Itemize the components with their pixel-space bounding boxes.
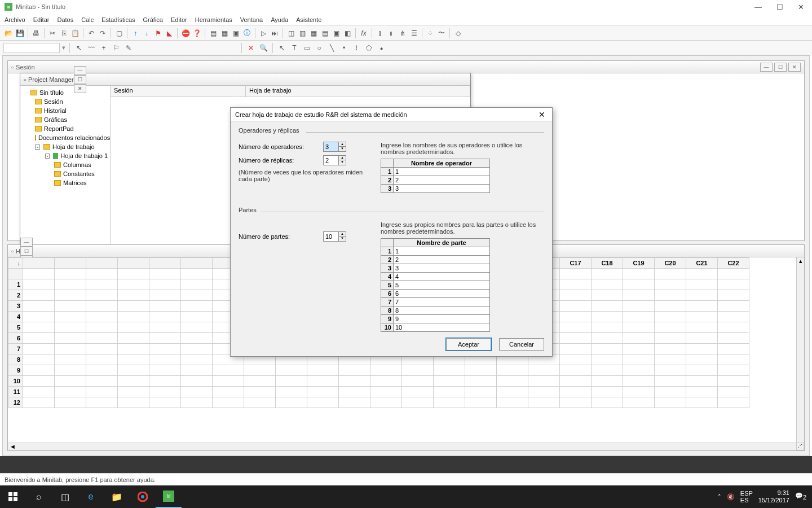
tree-hoja1[interactable]: -Hoja de trabajo 1 bbox=[23, 151, 108, 160]
flag2-icon[interactable]: ⚐ bbox=[111, 43, 121, 53]
tree-columnas[interactable]: Columnas bbox=[23, 160, 108, 169]
menu-grafica[interactable]: Gráfica bbox=[143, 16, 163, 23]
redo-icon[interactable]: ↷ bbox=[98, 28, 108, 38]
help-icon[interactable]: ❓ bbox=[192, 28, 202, 38]
clock[interactable]: 9:3115/12/2017 bbox=[758, 489, 789, 504]
minitab-taskbar-icon[interactable]: lıl bbox=[156, 485, 182, 508]
spin-up-icon[interactable]: ▲ bbox=[339, 142, 346, 147]
session-icon[interactable]: ▤ bbox=[208, 28, 218, 38]
tree-graficas[interactable]: Gráficas bbox=[23, 115, 108, 124]
operators-table[interactable]: Nombre de operador 112233 bbox=[381, 159, 490, 193]
circle-icon[interactable]: ○ bbox=[314, 43, 324, 53]
polygon-icon[interactable]: ⬠ bbox=[364, 43, 374, 53]
chart2-icon[interactable]: ⫾ bbox=[386, 28, 396, 38]
num-parts-input[interactable] bbox=[323, 231, 339, 242]
num-operators-spinner[interactable]: ▲▼ bbox=[323, 142, 346, 152]
panel6-icon[interactable]: ◧ bbox=[342, 28, 352, 38]
lang-indicator[interactable]: ESPES bbox=[740, 490, 753, 503]
menu-herramientas[interactable]: Herramientas bbox=[195, 16, 232, 23]
line2-icon[interactable]: ╲ bbox=[326, 43, 337, 53]
copy-icon[interactable]: ⎘ bbox=[59, 28, 69, 38]
dialog-close-icon[interactable]: ✕ bbox=[536, 110, 548, 119]
brush-icon[interactable]: 〰 bbox=[86, 43, 96, 53]
tree-reportpad[interactable]: ReportPad bbox=[23, 124, 108, 133]
menu-archivo[interactable]: Archivo bbox=[5, 16, 25, 23]
session-close[interactable]: ✕ bbox=[788, 63, 801, 72]
new-icon[interactable]: ▢ bbox=[114, 28, 124, 38]
search-icon[interactable]: 🔍 bbox=[258, 43, 268, 53]
menu-ayuda[interactable]: Ayuda bbox=[271, 16, 288, 23]
tray-up-icon[interactable]: ˄ bbox=[718, 493, 721, 501]
pen-icon[interactable]: ✎ bbox=[123, 43, 134, 53]
ws-maximize[interactable]: ☐ bbox=[20, 247, 33, 256]
num-operators-input[interactable] bbox=[323, 142, 339, 152]
tree-constantes[interactable]: Constantes bbox=[23, 169, 108, 178]
taskview-icon[interactable]: ◫ bbox=[52, 485, 78, 508]
col-session[interactable]: Sesión bbox=[111, 86, 246, 97]
chart4-icon[interactable]: ☰ bbox=[409, 28, 419, 38]
notifications-icon[interactable]: 💬2 bbox=[795, 492, 806, 501]
last-icon[interactable]: ⏭ bbox=[270, 28, 280, 38]
explorer-icon[interactable]: 📁 bbox=[104, 485, 130, 508]
menu-editar[interactable]: Editar bbox=[33, 16, 50, 23]
stop-icon[interactable]: ⛔ bbox=[180, 28, 191, 38]
volume-icon[interactable]: 🔇 bbox=[727, 493, 735, 501]
ws-minimize[interactable]: — bbox=[20, 238, 33, 247]
panel3-icon[interactable]: ▦ bbox=[308, 28, 319, 38]
fx-icon[interactable]: fx bbox=[359, 28, 369, 38]
panel1-icon[interactable]: ◫ bbox=[286, 28, 296, 38]
chart3-icon[interactable]: ⋔ bbox=[398, 28, 408, 38]
rect-icon[interactable]: ▭ bbox=[302, 43, 312, 53]
menu-ventana[interactable]: Ventana bbox=[240, 16, 263, 23]
select-icon[interactable]: ↖ bbox=[277, 43, 287, 53]
tree-sesion[interactable]: Sesión bbox=[23, 97, 108, 106]
tree-hoja[interactable]: -Hoja de trabajo bbox=[23, 142, 108, 151]
accept-button[interactable]: Aceptar bbox=[446, 338, 491, 351]
parts-table[interactable]: Nombre de parte 1122334455667788991010 bbox=[381, 238, 490, 332]
pointer-icon[interactable]: ↖ bbox=[74, 43, 84, 53]
spin-down-icon[interactable]: ▼ bbox=[339, 160, 346, 165]
plus-icon[interactable]: + bbox=[99, 43, 109, 53]
ws-scrollbar-h[interactable]: ◄ bbox=[8, 443, 796, 450]
col-worksheet[interactable]: Hoja de trabajo bbox=[246, 86, 470, 97]
spin-down-icon[interactable]: ▼ bbox=[339, 147, 346, 151]
spin-up-icon[interactable]: ▲ bbox=[339, 232, 346, 237]
start-button[interactable] bbox=[0, 485, 26, 508]
info-icon[interactable]: ⓘ bbox=[242, 28, 252, 38]
undo-icon[interactable]: ↶ bbox=[86, 28, 96, 38]
line-icon[interactable]: 〜 bbox=[436, 28, 447, 38]
tree-matrices[interactable]: Matrices bbox=[23, 178, 108, 187]
pm-maximize[interactable]: ☐ bbox=[74, 75, 86, 84]
panel4-icon[interactable]: ▤ bbox=[320, 28, 330, 38]
tree-historial[interactable]: Historial bbox=[23, 106, 108, 115]
next-icon[interactable]: ▷ bbox=[258, 28, 268, 38]
cancel-button[interactable]: Cancelar bbox=[499, 338, 544, 351]
bookmark-icon[interactable]: ◣ bbox=[164, 28, 174, 38]
panel2-icon[interactable]: ▥ bbox=[297, 28, 307, 38]
text-icon[interactable]: T bbox=[289, 43, 299, 53]
open-icon[interactable]: 📂 bbox=[3, 28, 14, 38]
num-replicas-input[interactable] bbox=[323, 155, 339, 165]
menu-asistente[interactable]: Asistente bbox=[296, 16, 321, 23]
edge-icon[interactable]: e bbox=[78, 485, 104, 508]
save-icon[interactable]: 💾 bbox=[15, 28, 25, 38]
ws-scrollbar-v[interactable]: ▴ bbox=[796, 257, 804, 443]
flag-icon[interactable]: ⚑ bbox=[153, 28, 163, 38]
arrow-down-icon[interactable]: ↓ bbox=[142, 28, 152, 38]
print-icon[interactable]: 🖶 bbox=[31, 28, 41, 38]
minimize-button[interactable]: — bbox=[751, 2, 765, 12]
paste-icon[interactable]: 📋 bbox=[70, 28, 80, 38]
worksheet-icon[interactable]: ▦ bbox=[219, 28, 230, 38]
maximize-button[interactable]: ☐ bbox=[773, 2, 787, 12]
menu-datos[interactable]: Datos bbox=[57, 16, 73, 23]
chrome-icon[interactable] bbox=[130, 485, 156, 508]
spin-up-icon[interactable]: ▲ bbox=[339, 156, 346, 160]
arrow-up-icon[interactable]: ↑ bbox=[130, 28, 140, 38]
graph-icon[interactable]: ▣ bbox=[231, 28, 241, 38]
menu-editor[interactable]: Editor bbox=[171, 16, 187, 23]
cut-icon[interactable]: ✂ bbox=[47, 28, 58, 38]
spin-down-icon[interactable]: ▼ bbox=[339, 237, 346, 241]
search-taskbar-icon[interactable]: ⌕ bbox=[26, 485, 52, 508]
system-tray[interactable]: ˄ 🔇 ESPES 9:3115/12/2017 💬2 bbox=[712, 489, 812, 504]
scatter-icon[interactable]: ⁘ bbox=[425, 28, 435, 38]
